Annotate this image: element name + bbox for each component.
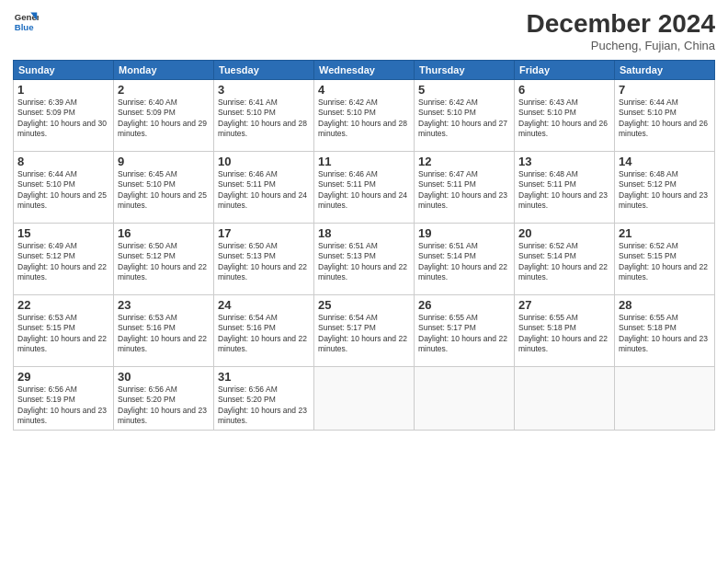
day-number: 1 [17, 83, 109, 97]
day-number: 29 [17, 370, 109, 384]
list-item [515, 367, 615, 431]
day-number: 2 [118, 83, 210, 97]
day-number: 23 [118, 298, 210, 312]
day-details: Sunrise: 6:56 AM Sunset: 5:19 PM Dayligh… [17, 385, 109, 427]
list-item: 9 Sunrise: 6:45 AM Sunset: 5:10 PM Dayli… [114, 152, 214, 224]
day-details: Sunrise: 6:52 AM Sunset: 5:14 PM Dayligh… [518, 241, 610, 283]
list-item: 12 Sunrise: 6:47 AM Sunset: 5:11 PM Dayl… [415, 152, 515, 224]
day-number: 31 [218, 370, 310, 384]
list-item: 24 Sunrise: 6:54 AM Sunset: 5:16 PM Dayl… [214, 295, 314, 367]
day-details: Sunrise: 6:39 AM Sunset: 5:09 PM Dayligh… [17, 98, 109, 140]
table-row: 1 Sunrise: 6:39 AM Sunset: 5:09 PM Dayli… [14, 80, 715, 152]
day-number: 27 [518, 298, 610, 312]
day-number: 19 [418, 226, 510, 240]
col-thursday: Thursday [415, 61, 515, 80]
list-item: 4 Sunrise: 6:42 AM Sunset: 5:10 PM Dayli… [314, 80, 415, 152]
day-details: Sunrise: 6:51 AM Sunset: 5:13 PM Dayligh… [318, 241, 410, 283]
list-item: 23 Sunrise: 6:53 AM Sunset: 5:16 PM Dayl… [114, 295, 214, 367]
list-item: 6 Sunrise: 6:43 AM Sunset: 5:10 PM Dayli… [515, 80, 615, 152]
day-details: Sunrise: 6:40 AM Sunset: 5:09 PM Dayligh… [118, 98, 210, 140]
day-number: 26 [418, 298, 510, 312]
calendar-container: General Blue General Blue December 2024 … [0, 0, 728, 438]
day-number: 16 [118, 226, 210, 240]
day-details: Sunrise: 6:49 AM Sunset: 5:12 PM Dayligh… [17, 241, 109, 283]
list-item: 19 Sunrise: 6:51 AM Sunset: 5:14 PM Dayl… [415, 224, 515, 295]
day-details: Sunrise: 6:42 AM Sunset: 5:10 PM Dayligh… [318, 98, 410, 140]
day-details: Sunrise: 6:53 AM Sunset: 5:16 PM Dayligh… [118, 313, 210, 355]
day-number: 3 [218, 83, 310, 97]
list-item: 1 Sunrise: 6:39 AM Sunset: 5:09 PM Dayli… [14, 80, 114, 152]
col-saturday: Saturday [615, 61, 715, 80]
list-item: 7 Sunrise: 6:44 AM Sunset: 5:10 PM Dayli… [615, 80, 715, 152]
list-item [615, 367, 715, 431]
day-number: 14 [619, 155, 711, 168]
list-item: 22 Sunrise: 6:53 AM Sunset: 5:15 PM Dayl… [14, 295, 114, 367]
day-number: 21 [619, 226, 711, 240]
list-item: 16 Sunrise: 6:50 AM Sunset: 5:12 PM Dayl… [114, 224, 214, 295]
list-item: 10 Sunrise: 6:46 AM Sunset: 5:11 PM Dayl… [214, 152, 314, 224]
col-friday: Friday [515, 61, 615, 80]
list-item: 17 Sunrise: 6:50 AM Sunset: 5:13 PM Dayl… [214, 224, 314, 295]
list-item [314, 367, 415, 431]
list-item: 28 Sunrise: 6:55 AM Sunset: 5:18 PM Dayl… [615, 295, 715, 367]
day-number: 4 [318, 83, 410, 97]
list-item: 11 Sunrise: 6:46 AM Sunset: 5:11 PM Dayl… [314, 152, 415, 224]
day-number: 7 [619, 83, 711, 97]
day-details: Sunrise: 6:46 AM Sunset: 5:11 PM Dayligh… [318, 169, 410, 212]
list-item: 25 Sunrise: 6:54 AM Sunset: 5:17 PM Dayl… [314, 295, 415, 367]
table-row: 8 Sunrise: 6:44 AM Sunset: 5:10 PM Dayli… [14, 152, 715, 224]
table-row: 15 Sunrise: 6:49 AM Sunset: 5:12 PM Dayl… [14, 224, 715, 295]
table-row: 29 Sunrise: 6:56 AM Sunset: 5:19 PM Dayl… [14, 367, 715, 431]
day-number: 12 [418, 155, 510, 168]
list-item: 2 Sunrise: 6:40 AM Sunset: 5:09 PM Dayli… [114, 80, 214, 152]
list-item: 5 Sunrise: 6:42 AM Sunset: 5:10 PM Dayli… [415, 80, 515, 152]
day-details: Sunrise: 6:56 AM Sunset: 5:20 PM Dayligh… [118, 385, 210, 427]
day-details: Sunrise: 6:54 AM Sunset: 5:17 PM Dayligh… [318, 313, 410, 355]
day-number: 17 [218, 226, 310, 240]
logo: General Blue General Blue [13, 9, 39, 35]
table-row: 22 Sunrise: 6:53 AM Sunset: 5:15 PM Dayl… [14, 295, 715, 367]
day-details: Sunrise: 6:41 AM Sunset: 5:10 PM Dayligh… [218, 98, 310, 140]
list-item: 15 Sunrise: 6:49 AM Sunset: 5:12 PM Dayl… [14, 224, 114, 295]
svg-text:Blue: Blue [15, 22, 34, 32]
header-row: Sunday Monday Tuesday Wednesday Thursday… [14, 61, 715, 80]
calendar-header: General Blue General Blue December 2024 … [13, 9, 715, 52]
day-details: Sunrise: 6:44 AM Sunset: 5:10 PM Dayligh… [619, 98, 711, 140]
day-details: Sunrise: 6:46 AM Sunset: 5:11 PM Dayligh… [218, 169, 310, 212]
day-details: Sunrise: 6:51 AM Sunset: 5:14 PM Dayligh… [418, 241, 510, 283]
day-details: Sunrise: 6:50 AM Sunset: 5:13 PM Dayligh… [218, 241, 310, 283]
title-block: December 2024 Pucheng, Fujian, China [527, 9, 715, 52]
col-monday: Monday [114, 61, 214, 80]
day-number: 24 [218, 298, 310, 312]
day-details: Sunrise: 6:44 AM Sunset: 5:10 PM Dayligh… [17, 169, 109, 212]
day-details: Sunrise: 6:55 AM Sunset: 5:17 PM Dayligh… [418, 313, 510, 355]
day-number: 13 [518, 155, 610, 168]
day-number: 22 [17, 298, 109, 312]
day-number: 10 [218, 155, 310, 168]
day-number: 20 [518, 226, 610, 240]
list-item: 20 Sunrise: 6:52 AM Sunset: 5:14 PM Dayl… [515, 224, 615, 295]
day-number: 11 [318, 155, 410, 168]
list-item: 30 Sunrise: 6:56 AM Sunset: 5:20 PM Dayl… [114, 367, 214, 431]
day-details: Sunrise: 6:55 AM Sunset: 5:18 PM Dayligh… [518, 313, 610, 355]
day-details: Sunrise: 6:53 AM Sunset: 5:15 PM Dayligh… [17, 313, 109, 355]
list-item: 31 Sunrise: 6:56 AM Sunset: 5:20 PM Dayl… [214, 367, 314, 431]
day-number: 30 [118, 370, 210, 384]
day-number: 9 [118, 155, 210, 168]
day-number: 18 [318, 226, 410, 240]
day-details: Sunrise: 6:43 AM Sunset: 5:10 PM Dayligh… [518, 98, 610, 140]
day-details: Sunrise: 6:54 AM Sunset: 5:16 PM Dayligh… [218, 313, 310, 355]
list-item: 8 Sunrise: 6:44 AM Sunset: 5:10 PM Dayli… [14, 152, 114, 224]
day-number: 28 [619, 298, 711, 312]
list-item: 21 Sunrise: 6:52 AM Sunset: 5:15 PM Dayl… [615, 224, 715, 295]
day-number: 6 [518, 83, 610, 97]
col-tuesday: Tuesday [214, 61, 314, 80]
col-wednesday: Wednesday [314, 61, 415, 80]
day-details: Sunrise: 6:56 AM Sunset: 5:20 PM Dayligh… [218, 385, 310, 427]
location: Pucheng, Fujian, China [527, 39, 715, 52]
list-item: 27 Sunrise: 6:55 AM Sunset: 5:18 PM Dayl… [515, 295, 615, 367]
logo-icon: General Blue [13, 9, 39, 35]
list-item: 18 Sunrise: 6:51 AM Sunset: 5:13 PM Dayl… [314, 224, 415, 295]
day-number: 25 [318, 298, 410, 312]
list-item: 14 Sunrise: 6:48 AM Sunset: 5:12 PM Dayl… [615, 152, 715, 224]
